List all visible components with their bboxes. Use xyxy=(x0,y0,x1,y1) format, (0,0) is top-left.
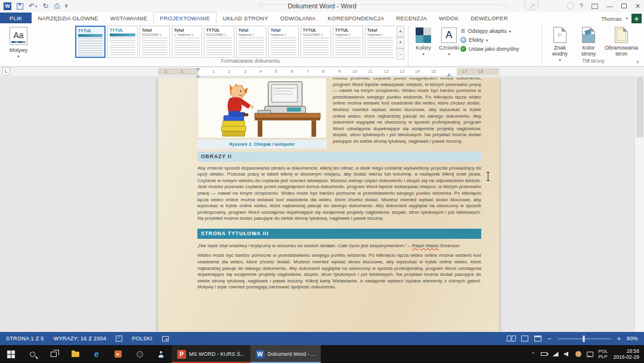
zoom-out-button[interactable]: − xyxy=(547,336,551,342)
quote-paragraph[interactable]: „Nie bądź zbyt wrażliwy i krytyczny w st… xyxy=(197,243,481,250)
undo-button[interactable]: ↶▾ xyxy=(29,2,38,10)
word-count[interactable]: WYRAZY: 16 Z 2304 xyxy=(54,336,107,342)
style-set-option[interactable]: TYTUŁ NAGŁÓWEK 1 xyxy=(204,26,234,58)
tab-uklad-strony[interactable]: UKŁAD STRONY xyxy=(216,13,274,23)
scrollbar-thumb[interactable] xyxy=(636,78,643,137)
paragraph-spacing-icon: ≣ xyxy=(460,28,465,34)
collapse-ribbon-button[interactable]: ∧ xyxy=(636,59,639,64)
taskbar-powerpoint-window[interactable]: P MS WORD - KURS Ś... xyxy=(172,345,250,363)
chevron-down-icon: ▾ xyxy=(422,52,425,57)
language-indicator[interactable]: POLSKI xyxy=(132,336,152,342)
tab-recenzja[interactable]: RECENZJA xyxy=(390,13,433,23)
heading-obrazy-ii[interactable]: OBRAZY II xyxy=(197,152,481,162)
file-explorer-button[interactable] xyxy=(64,345,86,363)
style-set-option[interactable]: TYTUŁ xyxy=(75,26,106,58)
tray-expand-icon[interactable]: ⌃ xyxy=(531,352,535,357)
taskbar-search-button[interactable] xyxy=(21,345,43,363)
zoom-level[interactable]: 90% xyxy=(627,336,638,342)
tab-odwolania[interactable]: ODWOŁANIA xyxy=(274,13,322,23)
themes-label: Motywy xyxy=(10,47,28,53)
figure-boy-computer[interactable]: Rysunek 2. Chłopak i komputer xyxy=(197,78,327,149)
document-page[interactable]: Rysunek 2. Chłopak i komputer musisz prz… xyxy=(158,78,499,332)
tab-projektowanie[interactable]: PROJEKTOWANIE xyxy=(153,12,216,23)
status-left: STRONA 1 Z 5 WYRAZY: 16 Z 2304 POLSKI xyxy=(0,336,169,342)
gallery-scroll-down-button[interactable]: ▼ xyxy=(397,37,404,48)
tab-korespondencja[interactable]: KORESPONDENCJA xyxy=(322,13,391,23)
volume-icon[interactable] xyxy=(564,352,570,357)
print-preview-button[interactable]: ⎙ xyxy=(54,2,60,10)
ribbon-display-options-button[interactable]: ⌃ xyxy=(592,4,598,9)
hanging-indent-marker[interactable] xyxy=(196,72,200,78)
zoom-slider[interactable] xyxy=(558,339,611,339)
status-bar: STRONA 1 Z 5 WYRAZY: 16 Z 2304 POLSKI − … xyxy=(0,332,644,345)
video-app-button[interactable]: ▶ xyxy=(107,345,129,363)
redo-button[interactable]: ↻ xyxy=(43,2,49,10)
horizontal-ruler[interactable]: L 2 1 1 2 3 4 5 6 7 8 9 10 11 12 13 14 1… xyxy=(0,67,644,77)
fonts-button[interactable]: A Czcionki ▾ xyxy=(436,25,462,64)
start-button[interactable] xyxy=(0,345,21,363)
onedrive-icon[interactable] xyxy=(575,351,581,357)
web-layout-button[interactable] xyxy=(534,336,541,342)
ruler-number: 3 xyxy=(244,69,246,74)
customize-qat-button[interactable]: ▾ xyxy=(65,4,67,8)
heading-strona-tytulowa-iii[interactable]: STRONA TYTUŁOWA III xyxy=(197,229,481,239)
ruler-number: 6 xyxy=(291,69,293,74)
user-menu[interactable]: Thomas xyxy=(601,16,621,22)
style-set-option[interactable]: Tytuł NAGŁÓWEK 1 xyxy=(140,26,170,58)
help-button[interactable]: ? xyxy=(580,3,583,10)
paragraph-obrazy[interactable]: Aby zmienić sposób dopasowania obrazu w … xyxy=(197,165,481,222)
ruler-number: 18 xyxy=(478,69,483,74)
page-color-icon xyxy=(582,27,595,43)
themes-button[interactable]: Aa Motywy ▾ xyxy=(5,25,32,64)
close-button[interactable]: ✕ xyxy=(635,3,640,10)
colors-button[interactable]: Kolory ▾ xyxy=(411,25,435,64)
battery-icon[interactable] xyxy=(541,352,547,356)
language-switcher[interactable]: POL PLP xyxy=(599,349,608,359)
avatar[interactable]: ◆ xyxy=(631,14,642,23)
style-set-option[interactable]: TYTUŁ Nagłówek 1 xyxy=(333,26,363,58)
edge-browser-button[interactable]: e xyxy=(86,345,107,363)
print-layout-button[interactable] xyxy=(521,336,528,342)
paragraph-strona-tytulowa[interactable]: Wideo może być bardzo pomocne w przedsta… xyxy=(197,253,481,291)
taskbar-word-window[interactable]: W Dokument Word - ... xyxy=(250,345,321,363)
task-view-button[interactable] xyxy=(43,345,64,363)
style-set-option[interactable]: TYTUŁ NAGŁÓWEK 1 xyxy=(301,26,331,58)
gallery-more-button[interactable]: ⌄ xyxy=(397,48,404,60)
media-app-button[interactable] xyxy=(129,345,150,363)
save-button[interactable] xyxy=(17,3,23,10)
effects-button[interactable]: Efekty ▾ xyxy=(460,37,537,43)
style-set-option[interactable]: Tytuł Nagłówek 1 xyxy=(236,26,267,58)
style-set-option[interactable]: Tytuł 1. Nagłówek 1 xyxy=(172,26,202,58)
tab-narzedzia-glowne[interactable]: NARZĘDZIA GŁÓWNE xyxy=(32,13,104,23)
tab-widok[interactable]: WIDOK xyxy=(433,13,465,23)
ruler-number: 14 xyxy=(415,69,420,74)
minimize-button[interactable]: — xyxy=(606,3,613,10)
network-icon[interactable] xyxy=(553,352,559,356)
tab-wstawianie[interactable]: WSTAWIANIE xyxy=(104,13,153,23)
set-as-default-button[interactable]: ✓ Ustaw jako domyślny xyxy=(460,46,537,52)
restore-button[interactable] xyxy=(621,4,627,8)
page-indicator[interactable]: STRONA 1 Z 5 xyxy=(6,336,44,342)
proofing-status-icon[interactable] xyxy=(116,336,122,342)
tab-deweloper[interactable]: DEWELOPER xyxy=(465,13,514,23)
document-area: Rysunek 2. Chłopak i komputer musisz prz… xyxy=(0,78,644,332)
zoom-in-button[interactable]: + xyxy=(617,336,621,342)
zoom-slider-thumb[interactable] xyxy=(583,336,585,342)
group-label-formatting: Formatowanie dokumentu xyxy=(173,58,328,64)
paragraph-spacing-button[interactable]: ≣ Odstępy akapitu ▾ xyxy=(460,28,537,34)
action-center-icon[interactable] xyxy=(587,352,593,357)
tab-stop-selector[interactable]: L xyxy=(2,67,10,75)
macro-record-icon[interactable] xyxy=(162,336,169,342)
vertical-scrollbar[interactable]: ▲ xyxy=(634,78,644,332)
read-mode-button[interactable] xyxy=(507,336,515,342)
contacts-app-button[interactable] xyxy=(150,345,172,363)
page-borders-icon xyxy=(615,27,628,43)
tab-plik[interactable]: PLIK xyxy=(0,13,32,23)
clock[interactable]: 18:58 2016-02-29 xyxy=(614,348,639,360)
gallery-scroll-up-button[interactable]: ▲ xyxy=(397,26,404,37)
right-indent-marker[interactable] xyxy=(447,70,451,76)
style-set-option[interactable]: Tytuł Nagłówek 1 xyxy=(268,26,299,58)
style-set-option[interactable]: Tytuł Nagłówek 1 xyxy=(365,26,395,58)
ruler-number: 2 xyxy=(165,69,167,74)
style-set-option[interactable]: TYTUŁ xyxy=(107,26,138,58)
